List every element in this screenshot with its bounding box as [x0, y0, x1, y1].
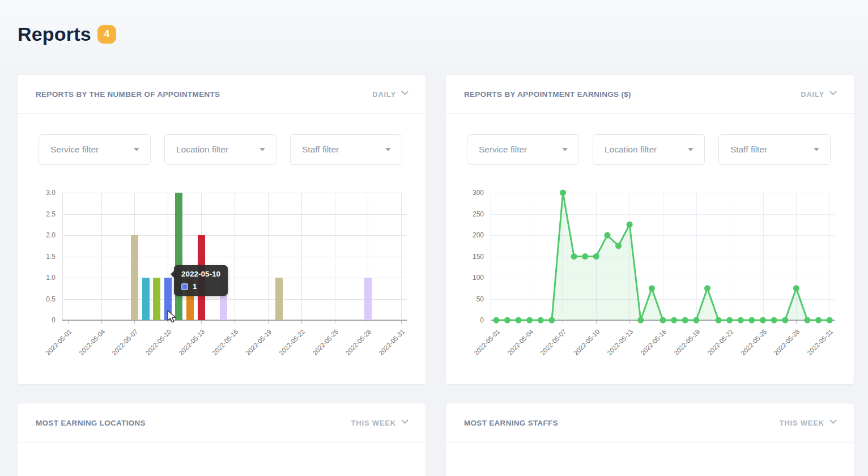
x-axis-tick-label: 2022-05-07 [111, 328, 139, 356]
data-point-day-24[interactable] [748, 317, 755, 324]
gridline-vertical [235, 193, 235, 320]
chevron-down-icon [829, 416, 837, 424]
data-point-day-8[interactable] [571, 253, 577, 260]
caret-down-icon [688, 148, 693, 151]
data-point-day-14[interactable] [637, 317, 644, 324]
x-axis-tick [401, 321, 402, 324]
x-axis-tick-label: 2022-05-07 [539, 328, 568, 356]
y-axis-tick-label: 300 [473, 189, 484, 197]
x-axis-tick [134, 321, 135, 324]
page-header: Reports 4 [18, 0, 854, 37]
data-point-day-25[interactable] [760, 317, 766, 324]
period-label: DAILY [801, 90, 824, 99]
bar-2022-05-11[interactable] [175, 193, 182, 320]
x-axis-tick [68, 321, 69, 324]
bar-2022-05-07[interactable] [131, 235, 138, 320]
period-dropdown-this-week[interactable]: THIS WEEK [351, 419, 407, 427]
caret-down-icon [134, 148, 139, 151]
x-axis-tick [629, 321, 630, 324]
data-point-day-13[interactable] [627, 222, 633, 228]
period-dropdown-daily[interactable]: DAILY [801, 90, 836, 99]
bar-2022-05-08[interactable] [142, 278, 150, 320]
x-axis-tick [596, 321, 597, 324]
service-filter-dropdown[interactable]: Service filter [467, 134, 579, 165]
bar-2022-05-09[interactable] [153, 278, 160, 320]
reports-page: Reports 4 REPORTS BY THE NUMBER OF APPOI… [0, 0, 868, 476]
filter-label: Staff filter [302, 144, 339, 155]
x-axis-tick [335, 321, 335, 324]
data-point-day-28[interactable] [793, 285, 799, 291]
data-point-day-19[interactable] [693, 317, 699, 324]
x-axis-tick-label: 2022-05-19 [244, 328, 273, 356]
data-point-day-10[interactable] [593, 253, 599, 260]
data-point-day-11[interactable] [604, 232, 610, 239]
panel-title: REPORTS BY APPOINTMENT EARNINGS ($) [464, 90, 631, 99]
series-line [496, 193, 829, 320]
x-axis-tick [796, 321, 797, 324]
chevron-down-icon [829, 88, 837, 95]
mouse-cursor-icon [167, 310, 177, 324]
staff-filter-dropdown[interactable]: Staff filter [718, 134, 831, 165]
staff-filter-dropdown[interactable]: Staff filter [290, 134, 402, 165]
data-point-day-18[interactable] [682, 317, 688, 324]
filter-label: Staff filter [730, 144, 767, 155]
gridline-vertical [401, 193, 402, 320]
y-axis-tick-label: 250 [473, 210, 484, 218]
filter-label: Service filter [479, 144, 527, 155]
y-axis-tick-label: 200 [473, 231, 484, 239]
bar-2022-05-28[interactable] [364, 278, 372, 320]
data-point-day-6[interactable] [548, 317, 555, 324]
data-point-day-16[interactable] [660, 317, 666, 324]
appointments-panel: REPORTS BY THE NUMBER OF APPOINTMENTS DA… [18, 75, 426, 384]
x-axis-tick [301, 321, 302, 324]
period-dropdown-this-week[interactable]: THIS WEEK [780, 419, 836, 427]
caret-down-icon [562, 148, 568, 151]
data-point-day-12[interactable] [615, 243, 622, 249]
y-axis-tick-label: 50 [476, 295, 484, 303]
data-point-day-20[interactable] [704, 285, 710, 291]
most-earning-staffs-panel: MOST EARNING STAFFS THIS WEEK [446, 403, 854, 476]
tooltip-value-row: 1 [181, 282, 220, 291]
data-point-day-23[interactable] [738, 317, 744, 324]
data-point-day-15[interactable] [649, 285, 655, 291]
tooltip-date: 2022-05-10 [181, 270, 220, 278]
data-point-day-31[interactable] [827, 317, 833, 324]
data-point-day-21[interactable] [716, 317, 722, 324]
most-earning-locations-panel: MOST EARNING LOCATIONS THIS WEEK [18, 403, 426, 476]
location-filter-dropdown[interactable]: Location filter [164, 134, 276, 165]
data-point-day-30[interactable] [815, 317, 822, 324]
x-axis-tick [201, 321, 202, 324]
data-point-day-27[interactable] [782, 317, 788, 324]
x-axis-tick-label: 2022-05-25 [739, 328, 768, 356]
data-point-day-29[interactable] [804, 317, 810, 324]
area-fill [496, 193, 829, 320]
x-axis-tick-label: 2022-05-04 [506, 328, 534, 356]
filter-label: Location filter [605, 144, 657, 155]
data-point-day-4[interactable] [526, 317, 533, 324]
data-point-day-3[interactable] [516, 317, 522, 324]
panel-title: REPORTS BY THE NUMBER OF APPOINTMENTS [36, 90, 220, 99]
data-point-day-5[interactable] [538, 317, 544, 324]
data-point-day-7[interactable] [560, 190, 566, 196]
x-axis-tick-label: 2022-05-01 [473, 328, 501, 356]
appointments-panel-header: REPORTS BY THE NUMBER OF APPOINTMENTS DA… [18, 75, 426, 114]
data-point-day-26[interactable] [771, 317, 777, 324]
location-filter-dropdown[interactable]: Location filter [593, 134, 705, 165]
x-axis-tick [563, 321, 563, 324]
period-label: THIS WEEK [780, 419, 824, 427]
service-filter-dropdown[interactable]: Service filter [39, 134, 151, 165]
x-axis-tick-label: 2022-05-31 [806, 328, 835, 356]
data-point-day-2[interactable] [504, 317, 510, 324]
bar-2022-05-20[interactable] [275, 278, 283, 320]
filter-label: Service filter [50, 144, 99, 155]
x-axis-tick-label: 2022-05-16 [639, 328, 667, 356]
data-point-day-17[interactable] [671, 317, 677, 324]
y-axis-tick-label: 2.5 [46, 210, 56, 218]
data-point-day-1[interactable] [493, 317, 499, 324]
data-point-day-9[interactable] [582, 253, 588, 260]
x-axis-tick-label: 2022-05-28 [773, 328, 801, 356]
x-axis-tick-label: 2022-05-22 [278, 328, 306, 356]
y-axis-tick-label: 1.5 [46, 253, 56, 261]
period-dropdown-daily[interactable]: DAILY [372, 90, 407, 99]
data-point-day-22[interactable] [726, 317, 733, 324]
